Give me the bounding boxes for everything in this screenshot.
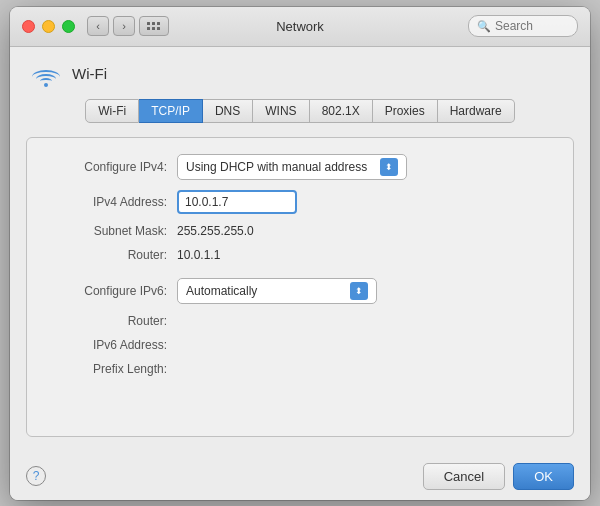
back-button[interactable]: ‹ <box>87 16 109 36</box>
content-area: Wi-Fi Wi-Fi TCP/IP DNS WINS 802.1X Proxi… <box>10 47 590 453</box>
close-button[interactable] <box>22 20 35 33</box>
grid-icon <box>147 22 161 31</box>
grid-button[interactable] <box>139 16 169 36</box>
router-ipv4-value: 10.0.1.1 <box>177 248 220 262</box>
ipv6-address-row: IPv6 Address: <box>47 338 553 352</box>
subnet-mask-value: 255.255.255.0 <box>177 224 254 238</box>
tab-tcpip[interactable]: TCP/IP <box>139 99 203 123</box>
cancel-button[interactable]: Cancel <box>423 463 505 490</box>
nav-buttons: ‹ › <box>87 16 135 36</box>
tab-proxies[interactable]: Proxies <box>373 99 438 123</box>
titlebar: ‹ › Network 🔍 <box>10 7 590 47</box>
wifi-header: Wi-Fi <box>26 61 574 87</box>
configure-ipv6-label: Configure IPv6: <box>47 284 177 298</box>
wifi-label: Wi-Fi <box>72 65 107 82</box>
dropdown-arrow-ipv6: ⬍ <box>350 282 368 300</box>
prefix-length-row: Prefix Length: <box>47 362 553 376</box>
configure-ipv4-label: Configure IPv4: <box>47 160 177 174</box>
configure-ipv6-dropdown[interactable]: Automatically ⬍ <box>177 278 377 304</box>
form-area: Configure IPv4: Using DHCP with manual a… <box>26 137 574 437</box>
search-box[interactable]: 🔍 <box>468 15 578 37</box>
ipv4-address-input[interactable] <box>177 190 297 214</box>
tab-8021x[interactable]: 802.1X <box>310 99 373 123</box>
configure-ipv4-dropdown[interactable]: Using DHCP with manual address ⬍ <box>177 154 407 180</box>
prefix-length-label: Prefix Length: <box>47 362 177 376</box>
configure-ipv6-row: Configure IPv6: Automatically ⬍ <box>47 278 553 304</box>
router-ipv4-label: Router: <box>47 248 177 262</box>
window-title: Network <box>276 19 324 34</box>
traffic-lights <box>22 20 75 33</box>
ipv4-address-label: IPv4 Address: <box>47 195 177 209</box>
router-ipv6-row: Router: <box>47 314 553 328</box>
bottom-bar: ? Cancel OK <box>10 453 590 500</box>
dropdown-arrow-ipv4: ⬍ <box>380 158 398 176</box>
help-button[interactable]: ? <box>26 466 46 486</box>
ipv6-address-label: IPv6 Address: <box>47 338 177 352</box>
search-input[interactable] <box>495 19 575 33</box>
tab-hardware[interactable]: Hardware <box>438 99 515 123</box>
configure-ipv6-value: Automatically <box>186 284 257 298</box>
configure-ipv4-value: Using DHCP with manual address <box>186 160 367 174</box>
subnet-mask-label: Subnet Mask: <box>47 224 177 238</box>
subnet-mask-row: Subnet Mask: 255.255.255.0 <box>47 224 553 238</box>
tab-dns[interactable]: DNS <box>203 99 253 123</box>
ipv4-address-row: IPv4 Address: <box>47 190 553 214</box>
router-ipv6-label: Router: <box>47 314 177 328</box>
ok-button[interactable]: OK <box>513 463 574 490</box>
search-icon: 🔍 <box>477 20 491 33</box>
forward-button[interactable]: › <box>113 16 135 36</box>
wifi-icon <box>30 61 62 87</box>
tab-wifi[interactable]: Wi-Fi <box>85 99 139 123</box>
minimize-button[interactable] <box>42 20 55 33</box>
network-window: ‹ › Network 🔍 Wi-Fi W <box>10 7 590 500</box>
tabs-bar: Wi-Fi TCP/IP DNS WINS 802.1X Proxies Har… <box>26 99 574 123</box>
tab-wins[interactable]: WINS <box>253 99 309 123</box>
configure-ipv4-row: Configure IPv4: Using DHCP with manual a… <box>47 154 553 180</box>
router-ipv4-row: Router: 10.0.1.1 <box>47 248 553 262</box>
maximize-button[interactable] <box>62 20 75 33</box>
